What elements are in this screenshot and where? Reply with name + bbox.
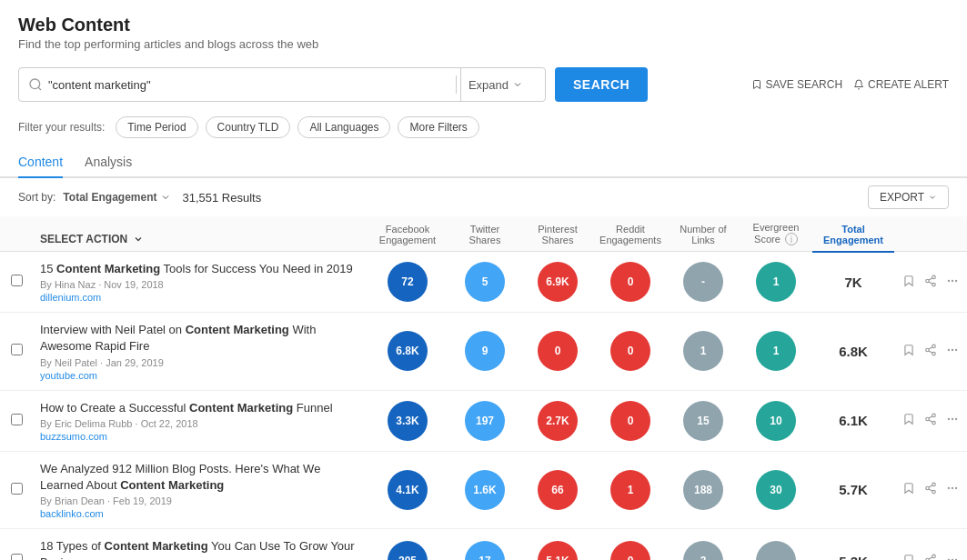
reddit-metric: 0 xyxy=(594,313,667,390)
article-title-bold: Content Marketing xyxy=(120,478,224,492)
create-alert-link[interactable]: CREATE ALERT xyxy=(853,78,949,91)
more-action-button[interactable] xyxy=(944,273,961,292)
select-action-chevron-icon xyxy=(133,234,144,245)
share-action-button[interactable] xyxy=(922,552,939,560)
more-action-button[interactable] xyxy=(944,480,961,499)
search-button[interactable]: SEARCH xyxy=(555,67,648,102)
col-header-check xyxy=(0,216,33,252)
export-chevron-icon xyxy=(928,193,937,202)
svg-line-21 xyxy=(929,420,932,422)
svg-point-34 xyxy=(932,555,936,558)
more-action-button[interactable] xyxy=(944,552,961,560)
tab-content[interactable]: Content xyxy=(18,147,63,178)
svg-point-8 xyxy=(952,279,953,281)
row-checkbox-cell xyxy=(0,390,33,451)
bookmark-action-button[interactable] xyxy=(901,342,917,361)
more-action-button[interactable] xyxy=(944,342,961,361)
twitter-metric: 1.6K xyxy=(448,451,521,528)
article-content-cell: Interview with Neil Patel on Content Mar… xyxy=(33,313,367,390)
share-action-button[interactable] xyxy=(922,273,939,292)
twitter-circle: 5 xyxy=(465,262,505,302)
svg-point-26 xyxy=(932,484,936,487)
article-domain[interactable]: buzzsumo.com xyxy=(40,431,359,442)
col-header-content: SELECT ACTION xyxy=(33,216,367,252)
svg-line-14 xyxy=(929,347,932,349)
row-checkbox[interactable] xyxy=(11,344,23,355)
col-header-evergreen: EvergreenScore i xyxy=(740,216,812,252)
filter-more-filters[interactable]: More Filters xyxy=(398,116,478,138)
save-search-link[interactable]: SAVE SEARCH xyxy=(751,78,842,91)
links-circle: 1 xyxy=(683,331,723,371)
sort-label: Sort by: xyxy=(18,191,55,204)
row-checkbox[interactable] xyxy=(11,275,23,286)
save-search-label: SAVE SEARCH xyxy=(766,78,842,91)
search-input[interactable] xyxy=(48,78,452,92)
svg-point-11 xyxy=(926,348,930,352)
more-action-button[interactable] xyxy=(944,411,961,430)
pinterest-metric: 6.9K xyxy=(521,252,594,313)
article-domain[interactable]: dillenium.com xyxy=(40,292,359,303)
tab-analysis[interactable]: Analysis xyxy=(85,147,132,178)
bookmark-action-button[interactable] xyxy=(901,552,917,560)
share-action-button[interactable] xyxy=(922,342,939,361)
filter-bar: Filter your results: Time Period Country… xyxy=(0,111,967,147)
share-action-button[interactable] xyxy=(922,480,939,499)
evergreen-circle: 1 xyxy=(756,262,796,302)
svg-line-1 xyxy=(38,87,41,90)
col-header-facebook: Facebook Engagement xyxy=(367,216,448,252)
export-label: EXPORT xyxy=(880,191,924,204)
pinterest-circle: 2.7K xyxy=(538,401,578,441)
twitter-metric: 17 xyxy=(448,529,521,560)
filter-time-period[interactable]: Time Period xyxy=(116,116,197,138)
twitter-circle: 9 xyxy=(465,331,505,371)
evergreen-info-icon[interactable]: i xyxy=(785,233,798,245)
article-domain[interactable]: youtube.com xyxy=(40,370,359,381)
table-row: We Analyzed 912 Million Blog Posts. Here… xyxy=(0,451,967,528)
article-title: Interview with Neil Patel on Content Mar… xyxy=(40,322,359,355)
export-button[interactable]: EXPORT xyxy=(868,185,949,209)
row-checkbox-cell xyxy=(0,252,33,313)
col-header-total: TotalEngagement xyxy=(812,216,894,252)
total-value: 5.7K xyxy=(839,482,868,497)
bookmark-action-button[interactable] xyxy=(901,273,917,292)
article-content-cell: We Analyzed 912 Million Blog Posts. Here… xyxy=(33,451,367,528)
svg-point-4 xyxy=(932,283,936,286)
evergreen-circle: 10 xyxy=(756,401,796,441)
svg-point-19 xyxy=(926,417,930,421)
svg-point-18 xyxy=(932,414,936,417)
tabs: Content Analysis xyxy=(0,147,967,178)
table-row: Interview with Neil Patel on Content Mar… xyxy=(0,313,967,390)
expand-button[interactable]: Expand xyxy=(460,68,536,101)
row-checkbox[interactable] xyxy=(11,414,23,425)
article-domain[interactable]: backlinko.com xyxy=(40,508,359,519)
filter-country-tld[interactable]: Country TLD xyxy=(206,116,291,138)
facebook-circle: 205 xyxy=(388,541,428,560)
share-action-button[interactable] xyxy=(922,411,939,430)
evergreen-metric: 1 xyxy=(740,252,812,313)
search-divider xyxy=(456,75,457,94)
total-metric: 6.8K xyxy=(812,313,894,390)
page-title: Web Content xyxy=(18,15,949,35)
reddit-metric: 0 xyxy=(594,252,667,313)
svg-line-38 xyxy=(929,557,932,559)
expand-label: Expand xyxy=(468,78,509,92)
reddit-circle: 1 xyxy=(610,470,650,510)
svg-line-6 xyxy=(929,277,932,279)
facebook-metric: 4.1K xyxy=(367,451,448,528)
filter-all-languages[interactable]: All Languages xyxy=(297,116,390,138)
total-value: 6.1K xyxy=(839,413,868,428)
bookmark-action-button[interactable] xyxy=(901,480,917,499)
twitter-metric: 9 xyxy=(448,313,521,390)
row-checkbox[interactable] xyxy=(11,483,23,495)
bookmark-action-button[interactable] xyxy=(901,411,917,430)
svg-point-9 xyxy=(955,279,957,281)
row-checkbox[interactable] xyxy=(11,554,23,560)
row-actions xyxy=(896,552,965,560)
row-actions-cell xyxy=(894,252,967,313)
share-action-icon xyxy=(924,344,937,356)
select-action[interactable]: SELECT ACTION xyxy=(40,233,363,245)
links-circle: 15 xyxy=(683,401,723,441)
sort-info[interactable]: Sort by: Total Engagement xyxy=(18,191,171,204)
col-header-actions xyxy=(894,216,967,252)
svg-line-30 xyxy=(929,485,932,487)
